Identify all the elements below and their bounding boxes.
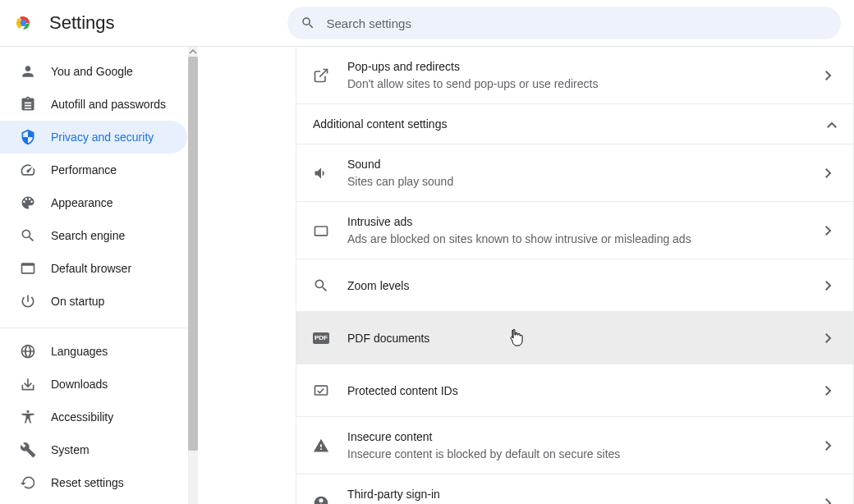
restore-icon [20, 474, 36, 491]
row-protected-content[interactable]: Protected content IDs [296, 364, 853, 417]
row-title: PDF documents [347, 330, 820, 346]
warning-icon [313, 438, 329, 454]
search-icon [301, 16, 315, 30]
download-icon [20, 376, 36, 392]
row-subtitle: Ads are blocked on sites known to show i… [347, 231, 820, 247]
sidebar-item-default-browser[interactable]: Default browser [0, 252, 187, 285]
row-sound[interactable]: Sound Sites can play sound [296, 144, 853, 202]
window-icon [313, 222, 329, 239]
chevron-right-icon [820, 168, 837, 178]
account-circle-icon [313, 495, 329, 505]
chevron-right-icon [820, 71, 837, 80]
row-zoom-levels[interactable]: Zoom levels [296, 259, 853, 312]
sidebar-item-accessibility[interactable]: Accessibility [0, 401, 187, 433]
browser-icon [20, 260, 36, 277]
sidebar-item-appearance[interactable]: Appearance [0, 186, 187, 219]
sidebar-item-downloads[interactable]: Downloads [0, 368, 187, 401]
scroll-thumb[interactable] [188, 57, 198, 451]
chevron-right-icon [820, 281, 837, 291]
content-area: Pop-ups and redirects Don't allow sites … [199, 47, 854, 504]
protected-content-icon [313, 383, 329, 399]
row-title: Pop-ups and redirects [347, 58, 820, 75]
sidebar-item-system[interactable]: System [0, 433, 187, 466]
sidebar-item-label: Autofill and passwords [51, 98, 166, 111]
sidebar-divider [0, 328, 187, 328]
row-popups-redirects[interactable]: Pop-ups and redirects Don't allow sites … [296, 47, 853, 104]
svg-rect-4 [315, 386, 328, 395]
sidebar-item-label: Appearance [51, 196, 113, 209]
row-title: Intrusive ads [347, 213, 820, 230]
sidebar-item-languages[interactable]: Languages [0, 335, 187, 368]
row-title: Protected content IDs [347, 383, 820, 399]
sidebar-scrollbar[interactable] [188, 47, 198, 504]
speedometer-icon [20, 162, 36, 178]
scroll-up-icon[interactable] [188, 47, 198, 57]
sidebar-item-label: Languages [51, 345, 108, 358]
sidebar-item-search-engine[interactable]: Search engine [0, 219, 187, 252]
row-subtitle: Insecure content is blocked by default o… [347, 446, 820, 462]
row-title: Insecure content [347, 428, 820, 445]
sidebar-item-privacy-security[interactable]: Privacy and security [0, 121, 187, 153]
sidebar-item-on-startup[interactable]: On startup [0, 285, 187, 318]
chevron-right-icon [820, 441, 837, 451]
row-title: Zoom levels [347, 277, 820, 294]
sidebar-item-label: On startup [51, 295, 104, 308]
row-third-party-signin[interactable]: Third-party sign-in Sites can show sign-… [296, 474, 853, 504]
clipboard-icon [20, 96, 36, 112]
sidebar: You and Google Autofill and passwords Pr… [0, 47, 199, 504]
row-title: Third-party sign-in [347, 486, 820, 502]
palette-icon [20, 195, 36, 211]
sidebar-item-label: System [51, 443, 90, 456]
sidebar-item-label: Search engine [51, 229, 125, 242]
sidebar-item-performance[interactable]: Performance [0, 153, 187, 186]
search-box[interactable] [287, 7, 842, 39]
power-icon [20, 293, 36, 309]
header: Settings [0, 0, 854, 47]
globe-icon [20, 343, 36, 360]
row-intrusive-ads[interactable]: Intrusive ads Ads are blocked on sites k… [296, 202, 853, 259]
wrench-icon [20, 442, 36, 458]
zoom-icon [313, 277, 329, 294]
row-insecure-content[interactable]: Insecure content Insecure content is blo… [296, 417, 853, 474]
sidebar-item-label: Default browser [51, 262, 131, 275]
chrome-logo-icon [13, 13, 33, 33]
sidebar-item-label: Reset settings [51, 476, 124, 489]
accessibility-icon [20, 409, 36, 425]
section-additional-content[interactable]: Additional content settings [296, 104, 853, 144]
pdf-icon: PDF [313, 330, 329, 346]
sidebar-item-reset[interactable]: Reset settings [0, 466, 187, 499]
row-pdf-documents[interactable]: PDF PDF documents [296, 312, 853, 364]
sidebar-item-label: Performance [51, 163, 117, 176]
row-title: Sound [347, 156, 820, 172]
row-subtitle: Don't allow sites to send pop-ups or use… [347, 76, 820, 92]
svg-rect-3 [315, 227, 328, 236]
page-title: Settings [49, 12, 115, 34]
chevron-right-icon [820, 333, 837, 343]
section-title: Additional content settings [313, 117, 447, 131]
chevron-right-icon [820, 498, 837, 505]
sidebar-item-label: Downloads [51, 378, 108, 391]
search-icon [20, 227, 36, 244]
sidebar-item-label: Accessibility [51, 410, 113, 424]
sidebar-item-autofill[interactable]: Autofill and passwords [0, 88, 187, 121]
sidebar-item-label: Privacy and security [51, 131, 154, 144]
sidebar-item-label: You and Google [51, 65, 133, 78]
chevron-up-icon [827, 117, 837, 131]
sidebar-item-you-and-google[interactable]: You and Google [0, 55, 187, 88]
chevron-right-icon [820, 226, 837, 236]
chevron-right-icon [820, 386, 837, 396]
search-input[interactable] [325, 16, 829, 31]
shield-icon [20, 129, 36, 145]
person-icon [20, 63, 36, 80]
volume-icon [313, 165, 329, 181]
row-subtitle: Sites can play sound [347, 173, 820, 190]
external-link-icon [313, 67, 329, 84]
